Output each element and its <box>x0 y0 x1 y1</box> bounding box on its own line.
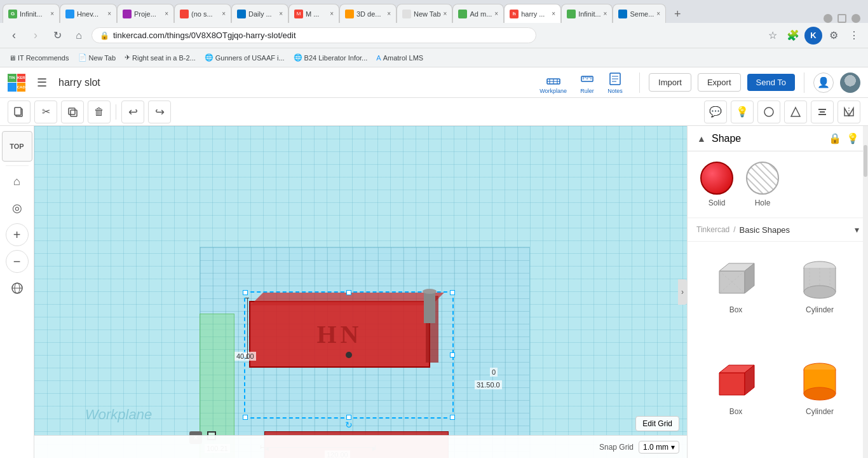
bookmark-new-tab[interactable]: 📄 New Tab <box>74 52 120 63</box>
comment-view-btn[interactable]: 💬 <box>704 101 727 123</box>
bookmark-gunners[interactable]: 🌐 Gunners of USAAF i... <box>201 52 288 63</box>
hole-circle[interactable] <box>746 162 779 195</box>
tab-close-12[interactable]: × <box>656 10 660 17</box>
cut-button[interactable]: ✂ <box>34 101 57 123</box>
perspective-btn[interactable] <box>6 277 29 300</box>
edit-grid-btn[interactable]: Edit Grid <box>635 416 679 431</box>
bookmark-b24[interactable]: 🌐 B24 Liberator Infor... <box>290 52 372 63</box>
light-icon[interactable]: 💡 <box>846 132 859 144</box>
solid-option[interactable]: Solid <box>700 162 733 207</box>
svg-rect-18 <box>71 110 77 116</box>
shape2-view-btn[interactable] <box>784 101 807 123</box>
zoom-out-btn[interactable]: − <box>6 250 29 273</box>
window-maximize[interactable] <box>837 14 846 23</box>
collapse-arrow-left[interactable]: ▲ <box>696 134 707 144</box>
export-button[interactable]: Export <box>698 73 741 92</box>
bookmark-amatrol[interactable]: A Amatrol LMS <box>372 53 427 63</box>
tab-close-5[interactable]: × <box>279 10 283 17</box>
redo-button[interactable]: ↪ <box>148 101 171 123</box>
top-view-box[interactable]: TOP <box>2 131 32 162</box>
tab-seme[interactable]: Seme... × <box>613 4 666 23</box>
lock-icon[interactable]: 🔒 <box>829 132 841 144</box>
forward-button[interactable]: › <box>27 27 44 45</box>
object-text: HN <box>317 319 363 349</box>
hole-option[interactable]: Hole <box>746 162 779 207</box>
window-minimize[interactable] <box>824 14 832 23</box>
add-user-button[interactable]: 👤 <box>813 73 834 93</box>
tab-newtab[interactable]: New Tab × <box>397 4 452 23</box>
tab-m[interactable]: M M ... × <box>288 4 339 23</box>
tab-label: Hnev... <box>77 10 105 18</box>
reload-button[interactable]: ↻ <box>48 27 66 45</box>
cylinder-obj[interactable] <box>424 291 435 323</box>
duplicate-button[interactable] <box>61 101 84 123</box>
tab-close-6[interactable]: × <box>330 10 334 17</box>
tab-close-2[interactable]: × <box>107 10 111 17</box>
shape-item-box-red[interactable]: Box <box>695 351 776 450</box>
home-view-btn[interactable]: ⌂ <box>6 170 29 193</box>
back-button[interactable]: ‹ <box>5 27 23 45</box>
import-button[interactable]: Import <box>649 73 691 92</box>
tab-close-4[interactable]: × <box>222 10 226 17</box>
tab-close-1[interactable]: × <box>50 10 54 17</box>
tab-nos[interactable]: (no s... × <box>174 4 231 23</box>
shape-panel-scrollbar[interactable] <box>863 126 868 458</box>
shape-view-btn[interactable] <box>757 101 780 123</box>
url-input[interactable]: 🔒 tinkercad.com/things/0V8X8OTgjqo-harry… <box>92 27 536 43</box>
ruler-btn[interactable]: Ruler <box>574 69 600 97</box>
delete-button[interactable]: 🗑 <box>88 101 111 123</box>
window-close[interactable] <box>851 14 860 23</box>
solid-circle[interactable] <box>700 162 733 195</box>
tab-close-7[interactable]: × <box>387 10 391 17</box>
menu-button[interactable]: ⋮ <box>845 27 863 45</box>
tab-close-8[interactable]: × <box>444 10 447 17</box>
shape-item-box-gray[interactable]: Box <box>695 249 776 349</box>
workplane-btn[interactable]: Workplane <box>534 69 572 97</box>
notes-btn[interactable]: Notes <box>602 69 628 97</box>
tab-close-9[interactable]: × <box>494 10 498 17</box>
tab-close-11[interactable]: × <box>604 10 607 17</box>
shape-item-cylinder-gray[interactable]: Cylinder <box>779 249 860 349</box>
svg-marker-43 <box>719 373 745 395</box>
light-view-btn[interactable]: 💡 <box>731 101 754 123</box>
tab-infinit2[interactable]: Infinit... × <box>561 4 613 23</box>
scrollbar-thumb[interactable] <box>864 145 867 177</box>
user-avatar[interactable] <box>840 73 860 93</box>
snap-grid-label: Snap Grid <box>599 443 634 452</box>
tab-close-3[interactable]: × <box>165 10 168 17</box>
tab-infinit-1[interactable]: G Infinit... × <box>3 4 60 23</box>
star-button[interactable]: ☆ <box>764 27 782 45</box>
snap-value-selector[interactable]: 1.0 mm ▾ <box>639 441 679 454</box>
tab-3dde[interactable]: 3D de... × <box>339 4 397 23</box>
menu-icon-button[interactable]: ☰ <box>32 73 52 93</box>
settings-button[interactable]: ⚙ <box>825 27 843 45</box>
send-to-button[interactable]: Send To <box>747 74 795 91</box>
main-red-box[interactable]: HN <box>249 301 430 368</box>
mirror-view-btn[interactable] <box>837 101 860 123</box>
target-view-btn[interactable]: ◎ <box>6 197 29 219</box>
bookmark-it-recommends[interactable]: 🖥 IT Recommends <box>5 53 73 63</box>
undo-button[interactable]: ↩ <box>121 101 144 123</box>
main-object-container[interactable]: HN ↻ <box>249 295 478 428</box>
tab-daily[interactable]: Daily ... × <box>231 4 288 23</box>
notes-label: Notes <box>607 88 623 94</box>
collapse-panel-btn[interactable]: › <box>678 279 687 305</box>
profile-button[interactable]: K <box>804 27 822 45</box>
tab-proje[interactable]: Proje... × <box>117 4 174 23</box>
tab-hnev[interactable]: Hnev... × <box>60 4 117 23</box>
tinkercad-logo[interactable]: TIN KER CAD <box>8 74 25 92</box>
home-button[interactable]: ⌂ <box>70 27 88 45</box>
tab-close-10[interactable]: × <box>552 10 555 17</box>
shape-item-cylinder-orange[interactable]: Cylinder <box>779 351 860 450</box>
zoom-in-btn[interactable]: + <box>6 223 29 246</box>
extensions-button[interactable]: 🧩 <box>784 27 802 45</box>
tab-adm[interactable]: Ad m... × <box>452 4 504 23</box>
dim-z: 0 <box>490 368 498 377</box>
bookmark-right-seat[interactable]: ✈ Right seat in a B-2... <box>121 52 200 63</box>
copy-button[interactable] <box>8 101 31 123</box>
library-dropdown-btn[interactable]: ▾ <box>855 225 859 235</box>
align-view-btn[interactable] <box>811 101 834 123</box>
tab-harry[interactable]: h harry ... × <box>504 4 561 23</box>
new-tab-button[interactable]: + <box>668 5 686 23</box>
svg-rect-21 <box>818 109 826 110</box>
